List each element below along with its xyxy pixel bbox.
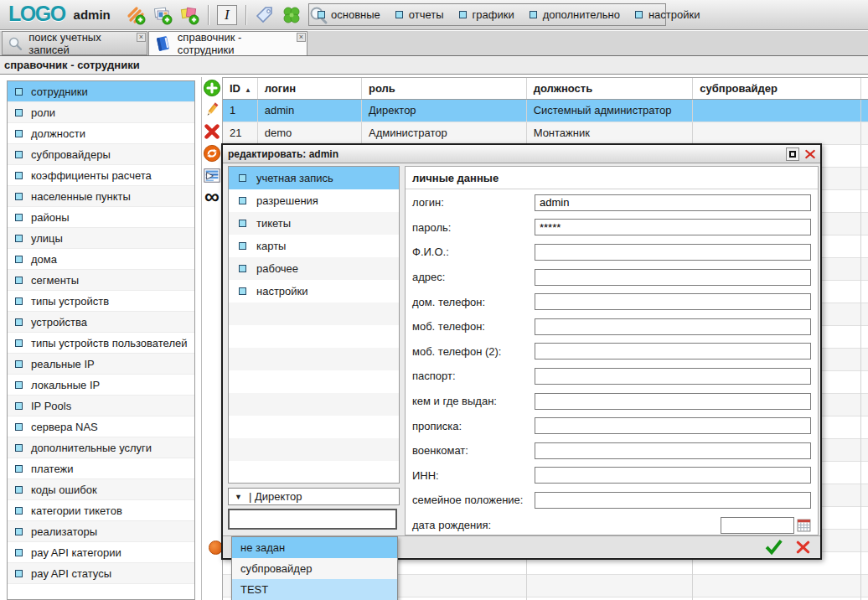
tab-close-icon[interactable]: × — [137, 33, 146, 42]
infinity-icon[interactable]: ∞ — [204, 188, 220, 204]
field-input[interactable] — [535, 442, 811, 459]
field-input[interactable] — [535, 492, 811, 509]
column-header-position[interactable]: должность — [527, 78, 694, 99]
birthdate-input[interactable] — [721, 517, 794, 534]
delete-icon[interactable] — [203, 122, 221, 141]
dialog-nav-item[interactable]: учетная запись — [229, 167, 399, 189]
add-record-icon[interactable] — [126, 5, 146, 25]
field-input[interactable] — [535, 293, 811, 310]
add-photo-icon[interactable] — [152, 5, 173, 25]
add-icon[interactable] — [203, 79, 221, 97]
sidebar-item[interactable]: районы — [8, 207, 194, 228]
tab-close-icon[interactable]: × — [297, 33, 306, 42]
app-window: LOGO admin I — [0, 0, 868, 600]
sidebar-item[interactable]: должности — [8, 123, 194, 144]
menu-item[interactable]: отчеты — [395, 8, 444, 21]
sidebar-item[interactable]: устройства — [8, 312, 194, 333]
sidebar-item[interactable]: платежи — [8, 458, 194, 479]
field-input[interactable] — [535, 393, 811, 410]
field-input[interactable] — [535, 269, 811, 286]
field-input[interactable] — [535, 194, 811, 211]
sidebar-item-label: платежи — [31, 463, 73, 475]
edit-icon[interactable] — [203, 101, 221, 119]
sidebar-item[interactable]: категории тикетов — [8, 500, 194, 521]
dialog-nav-item[interactable]: рабочее — [229, 257, 399, 280]
sidebar-item-label: категории тикетов — [31, 504, 122, 517]
table-row[interactable]: 21 demo Администратор Монтажник — [223, 122, 868, 145]
menu-item-label: основные — [331, 8, 380, 21]
clover-icon[interactable] — [282, 5, 302, 25]
sidebar-item[interactable]: типы устройств пользователей — [8, 333, 194, 354]
dialog-nav-item[interactable]: настройки — [229, 280, 399, 303]
sidebar-item[interactable]: pay API категории — [8, 542, 194, 563]
dropdown-option[interactable]: TEST — [232, 579, 397, 600]
menu-item[interactable]: дополнительно — [530, 8, 620, 21]
sidebar-item[interactable]: субпровайдеры — [8, 144, 194, 165]
dialog-nav-item[interactable]: разрешения — [229, 189, 399, 212]
field-input[interactable] — [535, 318, 811, 335]
sidebar-item[interactable]: сотрудники — [8, 81, 194, 102]
refresh-icon[interactable] — [203, 144, 221, 163]
sidebar-item[interactable]: роли — [8, 102, 194, 123]
sidebar-item[interactable]: сегменты — [8, 270, 194, 291]
square-bullet-icon — [15, 214, 23, 221]
report-icon[interactable] — [203, 166, 221, 184]
form-row: пароль: — [412, 215, 811, 241]
sidebar-item[interactable]: дополнительные услуги — [8, 437, 194, 458]
text-tool-button[interactable]: I — [217, 5, 237, 25]
add-note-icon[interactable] — [179, 5, 199, 25]
column-header-role[interactable]: роль — [362, 78, 527, 99]
sidebar-item[interactable]: дома — [8, 249, 194, 270]
column-header-login[interactable]: логин — [258, 78, 362, 99]
menu-item[interactable]: графики — [459, 8, 514, 21]
calendar-icon[interactable] — [797, 518, 811, 532]
menu-item[interactable]: настройки — [635, 8, 700, 21]
square-bullet-icon — [15, 318, 23, 326]
dialog-nav-item[interactable]: карты — [229, 235, 399, 257]
column-header-id[interactable]: ID▲ — [223, 78, 258, 99]
sidebar-item[interactable]: pay API статусы — [8, 563, 194, 584]
square-bullet-icon — [15, 360, 23, 368]
cancel-button[interactable] — [794, 539, 812, 556]
main-menu: основные отчеты графики дополнительно — [308, 3, 666, 26]
sidebar-item[interactable]: реализаторы — [8, 521, 194, 542]
dropdown-option[interactable]: субпровайдер — [232, 558, 397, 579]
sidebar-item[interactable]: IP Pools — [8, 396, 194, 416]
tab-directory-employees[interactable]: справочник - сотрудники × — [148, 31, 307, 56]
tab-account-search[interactable]: поиск учетных записей × — [2, 31, 147, 55]
sidebar-item[interactable]: типы устройств — [8, 291, 194, 312]
field-label: семейное положение: — [412, 494, 535, 506]
field-input[interactable] — [535, 343, 811, 359]
field-input[interactable] — [535, 219, 811, 235]
tag-icon[interactable] — [255, 5, 275, 25]
field-label: логин: — [412, 196, 535, 209]
sidebar-item[interactable]: локальные IP — [8, 375, 194, 396]
sidebar-item[interactable]: коды ошибок — [8, 479, 194, 500]
sidebar-item[interactable]: реальные IP — [8, 354, 194, 375]
form-row-birthdate: дата рождения: — [412, 513, 811, 538]
field-input[interactable] — [535, 467, 811, 484]
menu-item-label: дополнительно — [543, 8, 620, 21]
field-input[interactable] — [535, 417, 811, 434]
sidebar-item[interactable]: сервера NAS — [8, 416, 194, 437]
dropdown-option[interactable]: не задан — [232, 537, 397, 558]
field-input[interactable] — [535, 244, 811, 261]
sidebar-item[interactable]: населенные пункты — [8, 186, 194, 207]
table-row[interactable]: 1 admin Директор Системный администратор — [223, 100, 868, 122]
sidebar-item[interactable]: улицы — [8, 228, 194, 249]
search-icon — [8, 35, 23, 52]
cell-id: 21 — [223, 122, 258, 144]
maximize-button[interactable] — [786, 147, 799, 161]
save-button[interactable] — [765, 539, 783, 556]
field-label: военкомат: — [412, 444, 535, 457]
menu-item[interactable]: основные — [318, 8, 380, 21]
field-input[interactable] — [535, 368, 811, 385]
dialog-nav-item[interactable]: тикеты — [229, 212, 399, 235]
column-header-subprovider[interactable]: субпровайдер — [693, 78, 861, 99]
dialog-close-button[interactable] — [803, 147, 817, 161]
cell-id: 1 — [223, 100, 258, 122]
role-combobox[interactable]: ▼ | Директор — [228, 488, 400, 505]
role-filter-input[interactable] — [228, 509, 397, 530]
sidebar-item[interactable]: коэффициенты расчета — [8, 165, 194, 186]
dialog-titlebar[interactable]: редактировать: admin — [223, 145, 820, 163]
